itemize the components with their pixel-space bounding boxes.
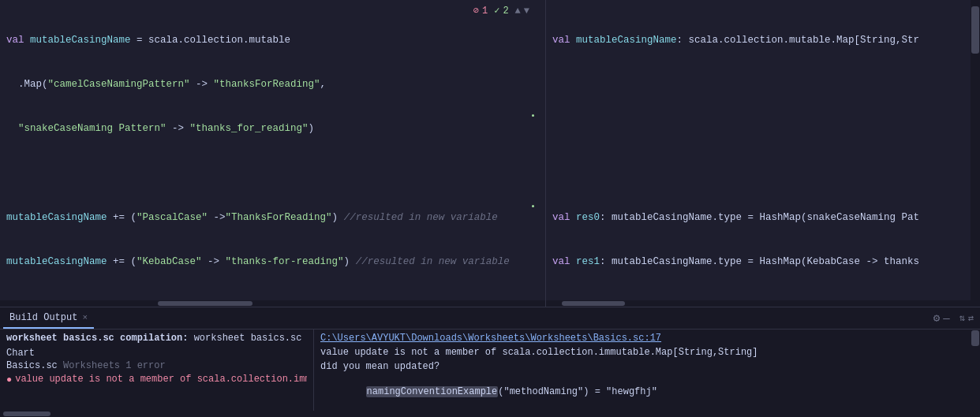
- build-output-right: C:\Users\AVYUKT\Downloads\Worksheets\Wor…: [314, 330, 971, 417]
- chart-item[interactable]: Chart: [6, 347, 307, 359]
- code-line: .Map("camelCaseNamingPattern" -> "thanks…: [6, 77, 539, 92]
- code-line: [552, 77, 974, 92]
- left-pane: ⊘ 1 ✓ 2 ▲ ▼ val mutableCasingName = scal…: [0, 0, 546, 307]
- left-scrollbar-thumb[interactable]: [158, 301, 252, 306]
- compilation-status: worksheet basics.sc compilation: workshe…: [6, 333, 307, 344]
- build-output-left: worksheet basics.sc compilation: workshe…: [0, 330, 314, 417]
- code-line: [552, 121, 974, 136]
- code-line: val mutableCasingName = scala.collection…: [6, 33, 539, 48]
- up-arrow-icon[interactable]: ▲: [515, 6, 521, 17]
- right-vertical-scrollbar[interactable]: [971, 0, 980, 307]
- error-circle-icon: ●: [6, 374, 12, 385]
- build-left-scrollbar[interactable]: [0, 411, 314, 417]
- build-right-scrollbar-thumb[interactable]: [971, 330, 979, 346]
- code-line: [552, 166, 974, 181]
- build-output-body: worksheet basics.sc compilation: workshe…: [0, 330, 980, 417]
- code-snippet-highlight: namingConventionExample: [366, 386, 499, 397]
- error-message: value update is not a member of scala.co…: [15, 374, 307, 385]
- error-indicator: ⊘ 1 ✓ 2 ▲ ▼: [473, 5, 529, 17]
- editor-area: ⊘ 1 ✓ 2 ▲ ▼ val mutableCasingName = scal…: [0, 0, 980, 307]
- settings-icon[interactable]: ⚙: [933, 311, 940, 325]
- right-pane: val mutableCasingName: scala.collection.…: [546, 0, 980, 307]
- warning-count: 2: [503, 6, 508, 17]
- right-code: val mutableCasingName: scala.collection.…: [546, 0, 980, 307]
- build-left-scrollbar-thumb[interactable]: [3, 411, 50, 416]
- build-output-tabs: Build Output × ⚙ — ⇅ ⇄: [0, 307, 980, 330]
- tree-item-worksheets: Worksheets 1 error: [63, 360, 166, 371]
- chart-label: Chart: [6, 348, 35, 359]
- error-description: value update is not a member of scala.co…: [320, 347, 964, 358]
- build-output-tab-close[interactable]: ×: [82, 313, 88, 322]
- error-hint-text: did you mean updated?: [320, 361, 440, 372]
- gutter-marker-green-1: [532, 114, 534, 117]
- right-scrollbar-horiz-thumb[interactable]: [562, 301, 625, 306]
- code-line: "snakeCaseNaming Pattern" -> "thanks_for…: [6, 121, 539, 136]
- error-path[interactable]: C:\Users\AVYUKT\Downloads\Worksheets\Wor…: [320, 333, 964, 344]
- build-output-panel: Build Output × ⚙ — ⇅ ⇄ worksheet basics.…: [0, 307, 980, 417]
- build-right-scrollbar[interactable]: [971, 330, 980, 417]
- right-scrollbar-horiz[interactable]: [546, 300, 971, 307]
- down-arrow-icon[interactable]: ▼: [524, 6, 529, 17]
- error-code-snippet: namingConventionExample("methodNaming") …: [320, 375, 964, 408]
- check-icon: ✓: [494, 5, 499, 17]
- code-line: val res0: mutableCasingName.type = HashM…: [552, 210, 974, 225]
- error-path-link[interactable]: C:\Users\AVYUKT\Downloads\Worksheets\Wor…: [320, 333, 661, 344]
- build-output-tab-label: Build Output: [9, 312, 77, 323]
- gutter-marker-green-2: [532, 205, 534, 207]
- code-line: mutableCasingName += ("PascalCase" ->"Th…: [6, 210, 539, 225]
- compilation-label: worksheet basics.sc compilation:: [6, 333, 188, 344]
- error-description-text: value update is not a member of scala.co…: [320, 347, 758, 358]
- close-panel-icon[interactable]: —: [943, 312, 949, 325]
- code-line: mutableCasingName += ("KebabCase" -> "th…: [6, 255, 539, 270]
- error-hint: did you mean updated?: [320, 361, 964, 372]
- code-line: [6, 166, 539, 181]
- right-scrollbar-thumb[interactable]: [971, 6, 979, 54]
- build-tab-icons: ⚙ — ⇅ ⇄: [933, 311, 977, 325]
- left-code: val mutableCasingName = scala.collection…: [0, 0, 545, 307]
- code-line: val mutableCasingName: scala.collection.…: [552, 33, 974, 48]
- left-scrollbar[interactable]: [0, 300, 545, 307]
- arrows-icon[interactable]: ⇅: [959, 312, 965, 324]
- basics-sc-label: Basics.sc Worksheets 1 error: [6, 360, 166, 371]
- compilation-detail: worksheet basics.sc compila: [194, 333, 307, 344]
- arrows-icon-2[interactable]: ⇄: [968, 312, 974, 324]
- basics-sc-item[interactable]: Basics.sc Worksheets 1 error: [6, 359, 307, 372]
- error-icon: ⊘: [473, 5, 479, 17]
- code-line: val res1: mutableCasingName.type = HashM…: [552, 255, 974, 270]
- error-item: ● value update is not a member of scala.…: [6, 372, 307, 387]
- error-count: 1: [482, 6, 488, 17]
- build-output-tab[interactable]: Build Output ×: [3, 307, 94, 329]
